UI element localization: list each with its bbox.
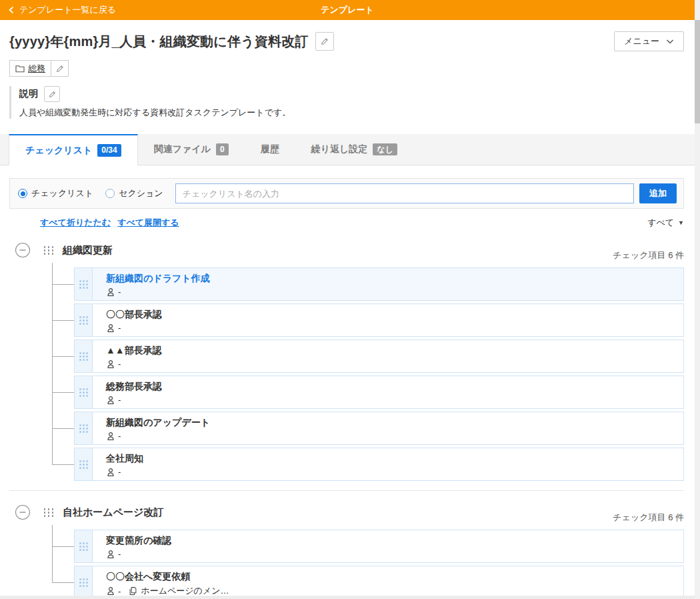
- section-drag-handle-icon[interactable]: [43, 245, 54, 255]
- section-item-count: チェック項目 6 件: [613, 249, 684, 261]
- item-assignee: -: [118, 431, 121, 441]
- tab-bar: チェックリスト 0/34 関連ファイル 0 履歴 繰り返し設定 なし: [0, 134, 695, 165]
- checklist-item-row: 新組織図のドラフト作成 -: [52, 267, 684, 301]
- section-title: 組織図更新: [63, 244, 113, 257]
- checklist-item-row: 変更箇所の確認 -: [52, 530, 684, 563]
- tab-repeat-settings-label: 繰り返し設定: [311, 143, 368, 155]
- checklist-item[interactable]: 総務部長承認 -: [74, 376, 684, 409]
- description-label: 説明: [19, 88, 38, 100]
- drag-dots-icon: [79, 352, 88, 361]
- filter-dropdown[interactable]: すべて ▼: [647, 217, 684, 229]
- section-item-count: チェック項目 6 件: [613, 512, 684, 524]
- item-drag-handle[interactable]: [75, 304, 93, 336]
- chevron-left-icon: [8, 6, 15, 14]
- pencil-icon: [320, 37, 329, 46]
- checklist-item[interactable]: 新組織図のドラフト作成 -: [74, 267, 684, 301]
- checklist-item-row: 新組織図のアップデート -: [52, 412, 684, 445]
- item-drag-handle[interactable]: [75, 448, 93, 480]
- item-drag-handle[interactable]: [75, 566, 93, 598]
- radio-checklist[interactable]: チェックリスト: [18, 187, 93, 199]
- add-button[interactable]: 追加: [639, 183, 677, 203]
- edit-description-button[interactable]: [44, 86, 60, 102]
- minus-circle-icon: [15, 504, 31, 520]
- checklist-item-row: 〇〇会社へ変更依頼 - ホームページのメン…: [52, 566, 684, 599]
- checklist-item[interactable]: 全社周知 -: [74, 448, 684, 481]
- checklist-item[interactable]: 新組織図のアップデート -: [74, 412, 684, 445]
- tab-repeat-settings[interactable]: 繰り返し設定 なし: [295, 134, 413, 165]
- checklist-item[interactable]: 〇〇部長承認 -: [74, 304, 684, 337]
- checklist-item-row: 総務部長承認 -: [52, 376, 684, 409]
- scrollbar-track[interactable]: [695, 0, 700, 599]
- tab-history-label: 履歴: [261, 143, 279, 155]
- tree-branch: [52, 304, 74, 337]
- tab-related-files[interactable]: 関連ファイル 0: [138, 134, 245, 165]
- category-link[interactable]: 総務: [28, 63, 45, 75]
- collapse-section-button[interactable]: [15, 504, 31, 520]
- section-drag-handle-icon[interactable]: [43, 508, 54, 517]
- item-assignee: -: [118, 287, 121, 297]
- drag-dots-icon: [79, 460, 88, 469]
- tree-branch: [52, 376, 74, 409]
- add-checklist-form: チェックリスト セクション 追加: [9, 178, 684, 209]
- radio-section[interactable]: セクション: [105, 187, 163, 199]
- checklist-item-row: 〇〇部長承認 -: [52, 304, 684, 337]
- drag-dots-icon: [79, 388, 88, 397]
- item-drag-handle[interactable]: [75, 340, 93, 372]
- pencil-icon: [48, 90, 57, 99]
- expand-all-link[interactable]: すべて展開する: [117, 217, 179, 229]
- item-list: 変更箇所の確認 - 〇〇会社へ変更依頼: [52, 530, 684, 599]
- checklist-section: 組織図更新 チェック項目 6 件 新組織図のドラフト作成 -: [9, 237, 684, 481]
- page-title: {yyyy}年{mm}月_人員・組織変動に伴う資料改訂: [9, 33, 309, 51]
- assignee-person-icon: [106, 468, 115, 477]
- item-title: 総務部長承認: [106, 381, 162, 393]
- item-drag-handle[interactable]: [75, 530, 93, 562]
- scrollbar-thumb[interactable]: [695, 20, 700, 123]
- menu-button[interactable]: メニュー: [614, 31, 684, 51]
- checklist-item[interactable]: 変更箇所の確認 -: [74, 530, 684, 563]
- tab-checklist[interactable]: チェックリスト 0/34: [9, 134, 138, 165]
- checklist-name-input[interactable]: [175, 183, 634, 203]
- checklist-item-row: ▲▲部長承認 -: [52, 340, 684, 373]
- checklist-item[interactable]: 〇〇会社へ変更依頼 - ホームページのメン…: [74, 566, 684, 599]
- collapse-section-button[interactable]: [15, 242, 31, 258]
- assignee-person-icon: [106, 550, 115, 559]
- radio-checklist-circle: [18, 189, 27, 198]
- assignee-person-icon: [106, 287, 115, 297]
- bottom-edge: [0, 596, 695, 599]
- template-detail-page: テンプレート一覧に戻る テンプレート {yyyy}年{mm}月_人員・組織変動に…: [0, 0, 700, 599]
- item-drag-handle[interactable]: [75, 268, 93, 300]
- item-title: ▲▲部長承認: [106, 345, 162, 357]
- radio-checklist-label: チェックリスト: [31, 187, 93, 199]
- item-assignee: -: [118, 359, 121, 369]
- item-drag-handle[interactable]: [75, 412, 93, 444]
- collapse-all-link[interactable]: すべて折りたたむ: [40, 217, 111, 229]
- sections: 組織図更新 チェック項目 6 件 新組織図のドラフト作成 -: [9, 237, 684, 599]
- drag-dots-icon: [79, 578, 88, 587]
- back-link-label: テンプレート一覧に戻る: [19, 4, 116, 16]
- checklist-section: 自社ホームページ改訂 チェック項目 6 件 変更箇所の確認 -: [9, 490, 684, 599]
- radio-section-label: セクション: [119, 187, 163, 199]
- drag-dots-icon: [79, 279, 88, 289]
- drag-dots-icon: [79, 424, 88, 433]
- list-toolbar: すべて折りたたむ すべて展開する すべて ▼: [9, 217, 684, 229]
- edit-category-button[interactable]: [51, 60, 69, 77]
- checklist-item[interactable]: ▲▲部長承認 -: [74, 340, 684, 373]
- back-to-template-list-link[interactable]: テンプレート一覧に戻る: [8, 4, 116, 16]
- edit-title-button[interactable]: [315, 32, 334, 51]
- tree-branch: [52, 448, 74, 481]
- caret-down-icon: ▼: [678, 219, 684, 226]
- drag-dots-icon: [79, 316, 88, 325]
- section-header: 自社ホームページ改訂 チェック項目 6 件: [9, 499, 684, 526]
- repeat-settings-badge: なし: [373, 143, 397, 155]
- item-assignee: -: [118, 549, 121, 559]
- assignee-person-icon: [106, 360, 115, 369]
- item-drag-handle[interactable]: [75, 376, 93, 408]
- menu-button-label: メニュー: [624, 35, 659, 47]
- tab-history[interactable]: 履歴: [245, 134, 295, 165]
- tree-branch: [52, 566, 74, 599]
- related-files-count-badge: 0: [216, 143, 229, 155]
- description-block: 説明 人員や組織変動発生時に対応する資料改訂タスクテンプレートです。: [9, 86, 684, 119]
- section-title: 自社ホームページ改訂: [63, 506, 163, 519]
- tree-branch: [52, 530, 74, 563]
- item-assignee: -: [118, 395, 121, 405]
